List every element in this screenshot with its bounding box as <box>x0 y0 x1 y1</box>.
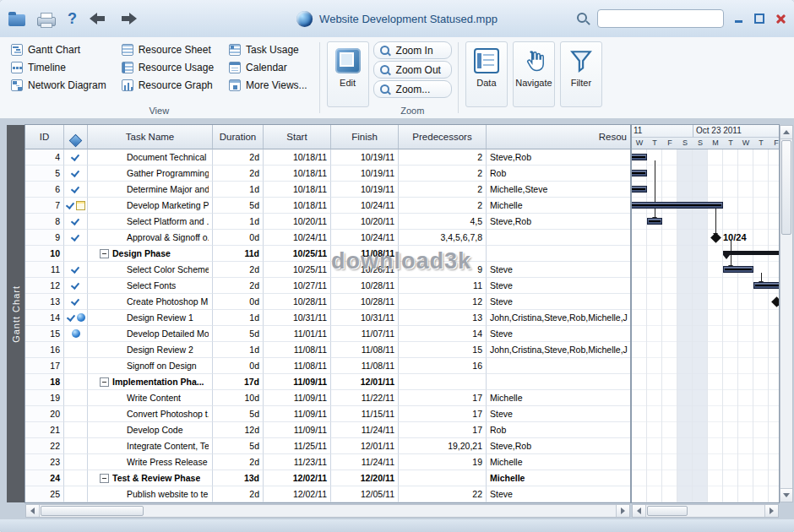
task-duration: 5d <box>213 406 264 422</box>
gantt-horizontal-scrollbar[interactable] <box>632 504 779 518</box>
ribbon-item-zoom-in[interactable]: Zoom In <box>373 41 452 59</box>
column-header-finish[interactable]: Finish <box>331 125 399 149</box>
task-row-12[interactable]: 12Select Fonts2d10/27/1110/28/1111Steve <box>25 278 630 294</box>
task-duration: 1d <box>213 310 264 326</box>
collapse-toggle-icon[interactable] <box>100 377 109 387</box>
navigate-button[interactable]: Navigate <box>513 41 555 107</box>
task-row-11[interactable]: 11Select Color Schemes2d10/25/1110/26/11… <box>25 262 630 278</box>
task-row-9[interactable]: 9Approval & Signoff o...0d10/24/1110/24/… <box>25 230 630 246</box>
task-finish: 11/22/11 <box>331 390 399 406</box>
scroll-up-arrow[interactable] <box>780 126 792 139</box>
task-predecessors: 2 <box>399 166 487 182</box>
minimize-button[interactable] <box>731 12 745 25</box>
ribbon-item-zoom-out[interactable]: Zoom Out <box>373 61 452 79</box>
ribbon-item-timeline[interactable]: Timeline <box>3 58 114 76</box>
timescale-day-letter: T <box>753 138 769 149</box>
task-row-21[interactable]: 21Develop Code12d11/09/1111/24/1117Rob <box>25 422 630 438</box>
task-row-20[interactable]: 20Convert Photoshop t...5d11/09/1111/15/… <box>25 406 630 422</box>
collapse-toggle-icon[interactable] <box>100 474 109 483</box>
scroll-down-arrow[interactable] <box>780 488 792 502</box>
ribbon-item-resource-graph[interactable]: Resource Graph <box>114 76 221 94</box>
task-row-25[interactable]: 25Publish website to te...2d12/02/1112/0… <box>25 486 630 502</box>
task-row-15[interactable]: 15Develop Detailed Mo...5d11/01/1111/07/… <box>25 326 630 342</box>
column-header-indicators[interactable] <box>64 125 88 149</box>
task-indicators <box>64 342 88 358</box>
task-row-19[interactable]: 19Write Content10d11/09/1111/22/1117Mich… <box>25 390 630 406</box>
ribbon-item-network-diagram[interactable]: Network Diagram <box>3 76 114 94</box>
ribbon-item-label: Gantt Chart <box>28 44 80 56</box>
column-header-resources[interactable]: Resou <box>487 125 630 149</box>
column-header-predecessors[interactable]: Predecessors <box>399 125 487 149</box>
maximize-button[interactable] <box>753 12 766 25</box>
task-row-22[interactable]: 22Integrate Content, Te...5d11/25/1112/0… <box>25 438 630 454</box>
task-row-8[interactable]: 8Select Platform and ...1d10/20/1110/20/… <box>25 214 630 230</box>
ribbon-item-more-views[interactable]: More Views... <box>221 76 314 94</box>
gantt-vscroll-thumb[interactable] <box>781 140 791 235</box>
task-resources: Michelle <box>487 390 630 406</box>
scroll-right-arrow[interactable] <box>616 505 629 517</box>
ribbon-item-resource-sheet[interactable]: Resource Sheet <box>114 41 221 58</box>
task-row-17[interactable]: 17Signoff on Design0d11/08/1111/08/1116 <box>25 358 630 374</box>
view-tab-gantt-chart[interactable]: Gantt Chart <box>7 125 25 502</box>
search-icon[interactable] <box>577 13 590 25</box>
search-input[interactable] <box>597 9 724 28</box>
task-predecessors: 22 <box>399 486 487 502</box>
ribbon-item-zoom[interactable]: Zoom... <box>373 80 452 98</box>
task-row-24[interactable]: 24Test & Review Phase13d12/02/1112/20/11… <box>25 470 630 486</box>
filter-button[interactable]: Filter <box>560 41 602 107</box>
ribbon-item-resource-usage[interactable]: Resource Usage <box>114 58 221 76</box>
task-row-5[interactable]: 5Gather Programming ...2d10/18/1110/19/1… <box>25 166 630 182</box>
column-header-duration[interactable]: Duration <box>213 125 264 149</box>
scroll-right-arrow[interactable] <box>764 505 778 517</box>
back-button[interactable] <box>89 12 107 25</box>
column-header-task-name[interactable]: Task Name <box>88 125 213 149</box>
task-row-16[interactable]: 16Design Review 21d11/08/1111/08/1115Joh… <box>25 342 630 358</box>
task-start: 11/09/11 <box>264 422 331 438</box>
grid-horizontal-scrollbar[interactable] <box>25 504 630 518</box>
task-name: Select Fonts <box>127 278 176 293</box>
gantt-hscroll-thumb[interactable] <box>647 506 688 516</box>
open-button[interactable] <box>8 12 25 26</box>
scroll-left-arrow[interactable] <box>26 505 40 517</box>
column-header-id[interactable]: ID <box>25 125 64 149</box>
ribbon-item-gantt-chart[interactable]: Gantt Chart <box>3 41 114 58</box>
task-indicators <box>64 310 88 326</box>
task-row-13[interactable]: 13Create Photoshop M...0d10/28/1110/28/1… <box>25 294 630 310</box>
help-button[interactable] <box>68 0 77 37</box>
forward-button[interactable] <box>119 12 138 25</box>
task-row-23[interactable]: 23Write Press Release ...2d11/23/1111/24… <box>25 454 630 470</box>
task-name: Select Color Schemes <box>127 262 209 277</box>
column-header-start[interactable]: Start <box>264 125 331 149</box>
task-start: 10/18/11 <box>264 149 331 166</box>
gantt-vertical-scrollbar[interactable] <box>780 125 793 502</box>
close-button[interactable] <box>774 12 787 25</box>
check-icon <box>67 313 76 323</box>
timescale-day-letter: M <box>708 138 723 149</box>
task-row-4[interactable]: 4Document Technical ...2d10/18/1110/19/1… <box>25 149 630 166</box>
gantt-chart-pane: 11 Oct 23 2011 WTFSSMTWTF 10/24 <box>632 125 779 502</box>
task-resources: Steve,Rob <box>487 149 630 166</box>
task-row-7[interactable]: 7Develop Marketing Plan5d10/18/1110/24/1… <box>25 198 630 214</box>
timescale-week2-label: Oct 23 2011 <box>696 126 742 135</box>
task-name-cell: Create Photoshop M... <box>88 294 213 310</box>
grid-header: ID Task Name Duration Start Finish Prede… <box>25 125 630 149</box>
grid-hscroll-thumb[interactable] <box>41 506 144 516</box>
task-indicators <box>64 422 88 438</box>
print-button[interactable] <box>37 12 56 26</box>
task-row-14[interactable]: 14Design Review 11d10/31/1110/31/1113Joh… <box>25 310 630 326</box>
edit-button[interactable]: Edit <box>327 41 369 107</box>
resource-usage-icon <box>122 62 133 73</box>
data-button[interactable]: Data <box>465 41 508 107</box>
task-duration: 0d <box>213 294 264 310</box>
ribbon-item-calendar[interactable]: Calendar <box>221 58 314 76</box>
folder-icon <box>8 14 25 26</box>
more-views-icon <box>229 79 241 91</box>
task-duration: 2d <box>213 149 264 166</box>
collapse-toggle-icon[interactable] <box>100 249 109 258</box>
ribbon-item-task-usage[interactable]: Task Usage <box>221 41 314 58</box>
task-row-6[interactable]: 6Determine Major and ...1d10/18/1110/19/… <box>25 182 630 198</box>
task-row-18[interactable]: 18Implementation Pha...17d11/09/1112/01/… <box>25 374 630 390</box>
scroll-left-arrow[interactable] <box>633 505 646 517</box>
task-row-10[interactable]: 10Design Phase11d10/25/1111/08/11 <box>25 246 630 262</box>
task-name-cell: Publish website to te... <box>88 486 213 502</box>
